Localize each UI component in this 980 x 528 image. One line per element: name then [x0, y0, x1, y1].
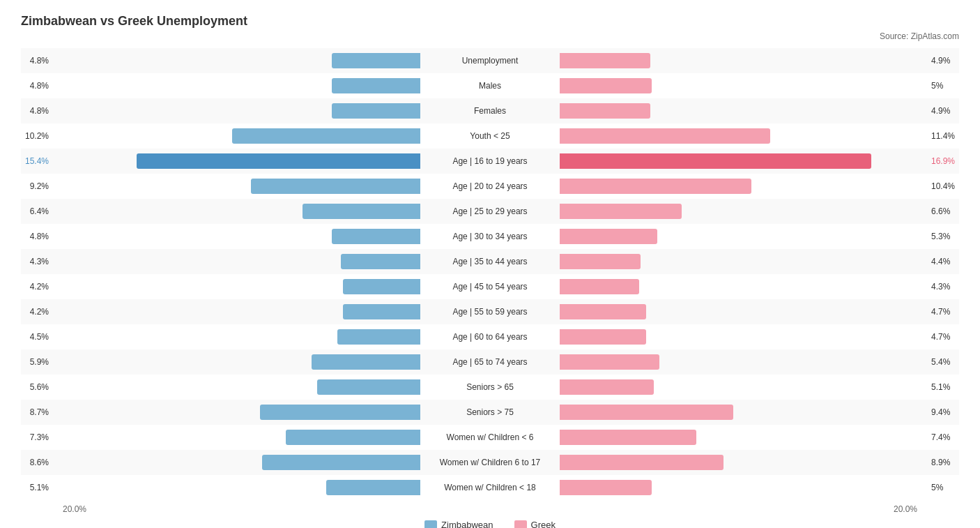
- bar-left-container: [52, 229, 420, 244]
- bar-left-container: [52, 304, 420, 319]
- bar-left-container: [52, 179, 420, 194]
- legend-zimbabwean-label: Zimbabwean: [441, 520, 493, 528]
- row-label: Age | 35 to 44 years: [420, 257, 560, 266]
- bar-greek: [560, 455, 723, 470]
- bar-left-container: [52, 354, 420, 370]
- row-label: Age | 60 to 64 years: [420, 332, 560, 342]
- zim-value: 4.8%: [21, 106, 49, 116]
- zim-value: 15.4%: [21, 156, 49, 166]
- bar-zimbabwean: [332, 53, 420, 68]
- greek-value: 5%: [931, 81, 959, 91]
- table-row: 7.3%Women w/ Children < 67.4%: [21, 425, 959, 450]
- greek-value: 7.4%: [931, 432, 959, 442]
- greek-value: 4.3%: [931, 282, 959, 292]
- bar-left-container: [52, 329, 420, 345]
- bar-zimbabwean: [343, 279, 420, 294]
- row-label: Age | 45 to 54 years: [420, 282, 560, 292]
- bar-right-container: [560, 354, 928, 370]
- greek-value: 4.4%: [931, 257, 959, 266]
- bar-greek: [560, 153, 871, 169]
- row-label: Age | 16 to 19 years: [420, 156, 560, 166]
- greek-value: 4.9%: [931, 56, 959, 66]
- chart-container: 4.8%Unemployment4.9%4.8%Males5%4.8%Femal…: [21, 48, 959, 500]
- row-label: Youth < 25: [420, 131, 560, 141]
- greek-value: 4.7%: [931, 332, 959, 342]
- row-label: Unemployment: [420, 56, 560, 66]
- table-row: 8.6%Women w/ Children 6 to 178.9%: [21, 450, 959, 475]
- bar-right-container: [560, 304, 928, 319]
- zim-value: 5.1%: [21, 483, 49, 492]
- bar-greek: [560, 279, 639, 294]
- bar-right-container: [560, 103, 928, 119]
- greek-value: 10.4%: [931, 181, 959, 191]
- greek-value: 16.9%: [931, 156, 959, 166]
- bar-zimbabwean: [137, 153, 420, 169]
- bar-zimbabwean: [326, 480, 420, 495]
- bar-greek: [560, 480, 652, 495]
- source-label: Source: ZipAtlas.com: [21, 31, 959, 41]
- table-row: 6.4%Age | 25 to 29 years6.6%: [21, 199, 959, 224]
- bar-greek: [560, 204, 682, 219]
- bar-right-container: [560, 128, 928, 144]
- greek-value: 6.6%: [931, 206, 959, 216]
- zim-value: 5.9%: [21, 357, 49, 367]
- row-label: Women w/ Children 6 to 17: [420, 458, 560, 467]
- bar-zimbabwean: [312, 354, 420, 370]
- zim-value: 8.6%: [21, 458, 49, 467]
- bar-right-container: [560, 153, 928, 169]
- bar-right-container: [560, 405, 928, 420]
- bar-zimbabwean: [317, 379, 420, 395]
- table-row: 4.2%Age | 55 to 59 years4.7%: [21, 299, 959, 324]
- bar-left-container: [52, 153, 420, 169]
- row-label: Males: [420, 81, 560, 91]
- bar-greek: [560, 103, 650, 119]
- row-label: Women w/ Children < 6: [420, 432, 560, 442]
- bar-right-container: [560, 430, 928, 445]
- greek-value: 4.9%: [931, 106, 959, 116]
- table-row: 4.2%Age | 45 to 54 years4.3%: [21, 274, 959, 299]
- zim-value: 7.3%: [21, 432, 49, 442]
- zim-value: 4.8%: [21, 81, 49, 91]
- table-row: 4.8%Males5%: [21, 73, 959, 98]
- bar-left-container: [52, 103, 420, 119]
- bar-right-container: [560, 379, 928, 395]
- bar-right-container: [560, 254, 928, 269]
- legend-pink-box: [514, 520, 527, 529]
- greek-value: 5%: [931, 483, 959, 492]
- bar-right-container: [560, 179, 928, 194]
- bar-left-container: [52, 455, 420, 470]
- table-row: 9.2%Age | 20 to 24 years10.4%: [21, 174, 959, 199]
- row-label: Seniors > 65: [420, 382, 560, 392]
- bar-right-container: [560, 204, 928, 219]
- legend-zimbabwean: Zimbabwean: [424, 520, 493, 528]
- bar-greek: [560, 128, 770, 144]
- legend-blue-box: [424, 520, 437, 529]
- table-row: 4.8%Age | 30 to 34 years5.3%: [21, 224, 959, 249]
- bar-right-container: [560, 53, 928, 68]
- greek-value: 5.4%: [931, 357, 959, 367]
- axis-left: 20.0%: [63, 504, 86, 514]
- greek-value: 5.1%: [931, 382, 959, 392]
- bar-zimbabwean: [343, 304, 420, 319]
- row-label: Age | 25 to 29 years: [420, 206, 560, 216]
- row-label: Age | 20 to 24 years: [420, 181, 560, 191]
- zim-value: 8.7%: [21, 407, 49, 417]
- bar-left-container: [52, 78, 420, 93]
- bar-zimbabwean: [251, 179, 420, 194]
- zim-value: 10.2%: [21, 131, 49, 141]
- bar-zimbabwean: [337, 329, 420, 345]
- row-label: Age | 55 to 59 years: [420, 307, 560, 317]
- bar-greek: [560, 354, 659, 370]
- bar-greek: [560, 379, 654, 395]
- bar-zimbabwean: [232, 128, 420, 144]
- bar-greek: [560, 304, 646, 319]
- bar-zimbabwean: [286, 430, 420, 445]
- bar-greek: [560, 53, 650, 68]
- zim-value: 4.2%: [21, 307, 49, 317]
- table-row: 5.9%Age | 65 to 74 years5.4%: [21, 349, 959, 375]
- legend: Zimbabwean Greek: [21, 520, 959, 528]
- zim-value: 4.2%: [21, 282, 49, 292]
- bar-left-container: [52, 405, 420, 420]
- table-row: 10.2%Youth < 2511.4%: [21, 123, 959, 149]
- bar-zimbabwean: [260, 405, 420, 420]
